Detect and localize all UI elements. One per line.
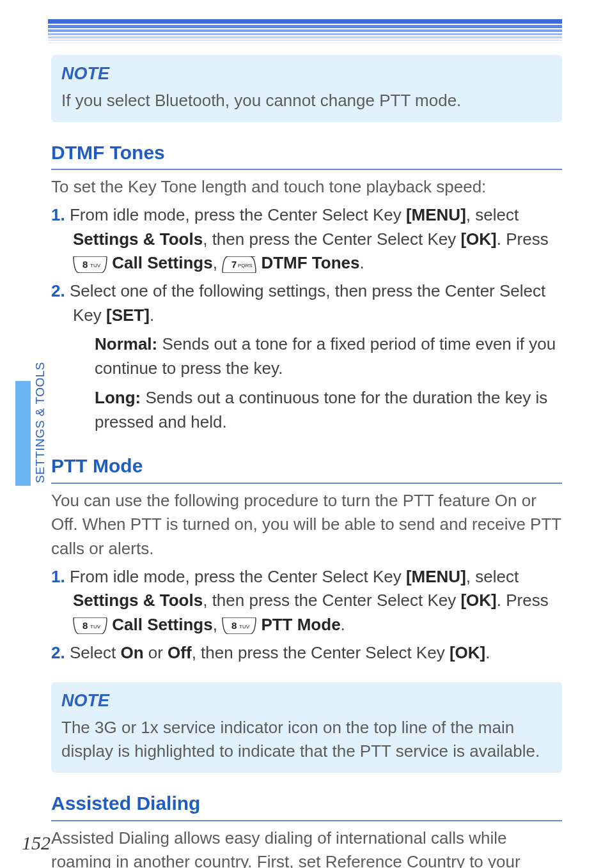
text: , select — [466, 205, 519, 224]
key-8-icon: 8TUV — [73, 256, 107, 273]
ptt-mode-label: PTT Mode — [256, 615, 340, 634]
svg-text:TUV: TUV — [90, 263, 101, 268]
dtmf-steps: 1. From idle mode, press the Center Sele… — [51, 203, 562, 434]
menu-key-label: [MENU] — [406, 567, 466, 586]
off-label: Off — [168, 643, 192, 662]
ptt-intro: You can use the following procedure to t… — [51, 489, 562, 561]
text: Select — [70, 643, 121, 662]
note-title: NOTE — [61, 61, 552, 86]
svg-text:7: 7 — [231, 259, 237, 270]
text: From idle mode, press the Center Select … — [70, 567, 406, 586]
note-title: NOTE — [61, 688, 552, 713]
text: . Press — [497, 591, 549, 610]
menu-key-label: [MENU] — [406, 205, 466, 224]
step-number-1: 1. — [51, 205, 70, 224]
page-number: 152 — [22, 832, 51, 854]
dtmf-tones-label: DTMF Tones — [256, 253, 359, 272]
text: , then press the Center Select Key — [203, 591, 460, 610]
key-8-icon: 8TUV — [222, 617, 256, 634]
text: , then press the Center Select Key — [203, 229, 460, 249]
long-label: Long: — [95, 388, 141, 407]
set-key-label: [SET] — [106, 306, 150, 325]
normal-text: Sends out a tone for a fixed period of t… — [95, 334, 556, 378]
heading-assisted-dialing: Assisted Dialing — [51, 789, 562, 821]
text: . — [341, 615, 345, 634]
long-text: Sends out a continuous tone for the dura… — [95, 388, 547, 431]
dtmf-long: Long: Sends out a continuous tone for th… — [73, 386, 562, 434]
note-text: If you select Bluetooth, you cannot chan… — [61, 89, 552, 113]
step-number-2: 2. — [51, 643, 70, 662]
settings-tools-label: Settings & Tools — [73, 229, 203, 249]
ptt-step-2: 2. Select On or Off, then press the Cent… — [51, 641, 562, 665]
text: . Press — [497, 229, 549, 249]
assisted-intro: Assisted Dialing allows easy dialing of … — [51, 826, 562, 868]
svg-text:TUV: TUV — [239, 624, 250, 630]
normal-label: Normal: — [95, 334, 157, 353]
key-8-icon: 8TUV — [73, 617, 107, 634]
header-gradient-lines — [0, 0, 610, 43]
svg-text:8: 8 — [82, 620, 88, 631]
note-box-bluetooth: NOTE If you select Bluetooth, you cannot… — [51, 55, 562, 122]
ptt-steps: 1. From idle mode, press the Center Sele… — [51, 565, 562, 665]
settings-tools-label: Settings & Tools — [73, 591, 203, 610]
dtmf-normal: Normal: Sends out a tone for a fixed per… — [73, 332, 562, 380]
text: From idle mode, press the Center Select … — [70, 205, 406, 224]
text: or — [144, 643, 168, 662]
call-settings-label: Call Settings — [107, 615, 213, 634]
text: . — [150, 306, 154, 325]
text: . — [359, 253, 364, 272]
svg-text:8: 8 — [231, 620, 237, 631]
svg-text:8: 8 — [82, 259, 88, 270]
ok-key-label: [OK] — [450, 643, 485, 662]
ok-key-label: [OK] — [460, 591, 496, 610]
dtmf-step-1: 1. From idle mode, press the Center Sele… — [51, 203, 562, 275]
dtmf-step-2: 2. Select one of the following settings,… — [51, 279, 562, 434]
text: , — [213, 615, 222, 634]
text: , select — [466, 567, 519, 586]
sidebar-label: SETTINGS & TOOLS — [33, 362, 47, 483]
sidebar-tab — [15, 381, 31, 486]
svg-text:TUV: TUV — [90, 624, 101, 630]
note-box-service-indicator: NOTE The 3G or 1x service indicator icon… — [51, 682, 562, 773]
step-number-2: 2. — [51, 281, 70, 300]
note-text: The 3G or 1x service indicator icon on t… — [61, 716, 552, 764]
text: , — [213, 253, 222, 272]
on-label: On — [120, 643, 143, 662]
ptt-step-1: 1. From idle mode, press the Center Sele… — [51, 565, 562, 637]
heading-dtmf-tones: DTMF Tones — [51, 139, 562, 171]
step-number-1: 1. — [51, 567, 70, 586]
text: , then press the Center Select Key — [192, 643, 450, 662]
text: . — [485, 643, 490, 662]
call-settings-label: Call Settings — [107, 253, 213, 272]
svg-text:PQRS: PQRS — [238, 263, 253, 268]
heading-ptt-mode: PTT Mode — [51, 452, 562, 484]
key-7-icon: 7PQRS — [222, 256, 256, 273]
ok-key-label: [OK] — [460, 229, 496, 249]
dtmf-intro: To set the Key Tone length and touch ton… — [51, 175, 562, 199]
